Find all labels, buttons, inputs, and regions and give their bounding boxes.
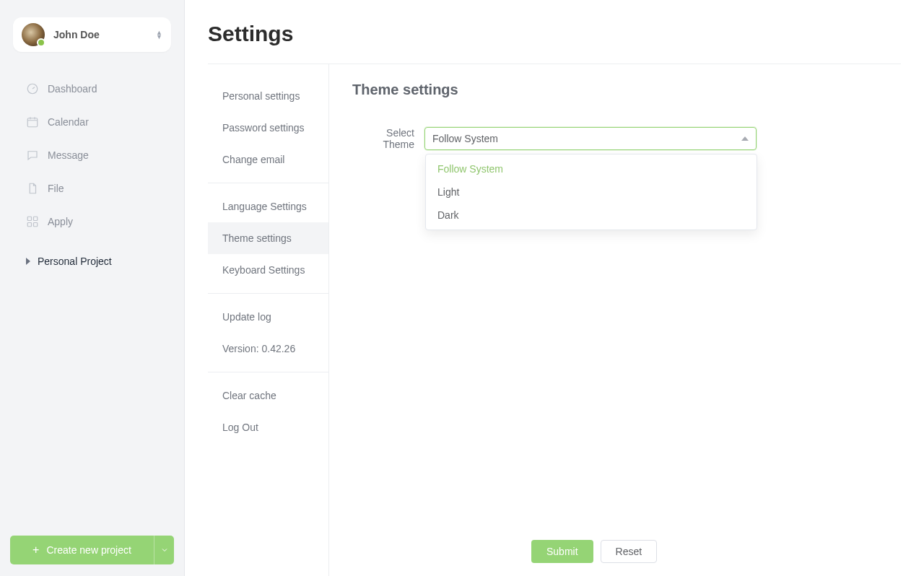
plus-icon: + xyxy=(32,544,39,556)
chevron-up-icon xyxy=(741,136,749,141)
theme-option-light[interactable]: Light xyxy=(426,180,757,204)
settings-nav-keyboard[interactable]: Keyboard Settings xyxy=(208,254,328,286)
main-area: Settings Personal settings Password sett… xyxy=(185,0,924,576)
dashboard-icon xyxy=(26,82,39,95)
sidebar-item-label: Dashboard xyxy=(48,83,97,95)
reset-button[interactable]: Reset xyxy=(601,540,658,563)
sidebar-item-label: File xyxy=(48,183,64,194)
settings-nav-updatelog[interactable]: Update log xyxy=(208,301,328,333)
sidebar-item-message[interactable]: Message xyxy=(0,139,184,172)
divider xyxy=(208,183,328,183)
caret-right-icon xyxy=(26,258,30,265)
sidebar-item-label: Message xyxy=(48,149,89,161)
settings-nav-theme[interactable]: Theme settings xyxy=(208,222,328,254)
settings-wrap: Personal settings Password settings Chan… xyxy=(208,64,901,576)
theme-form-row: Select Theme Follow System Follow System… xyxy=(352,127,901,150)
avatar xyxy=(22,23,45,46)
svg-rect-1 xyxy=(27,118,38,127)
profile-card[interactable]: John Doe ▲▼ xyxy=(13,17,171,52)
calendar-icon xyxy=(26,115,39,128)
svg-rect-4 xyxy=(27,223,31,227)
sidebar-section-label: Personal Project xyxy=(38,256,112,267)
page-title: Settings xyxy=(208,22,901,46)
sidebar-item-calendar[interactable]: Calendar xyxy=(0,105,184,139)
grid-icon xyxy=(26,215,39,228)
theme-option-dark[interactable]: Dark xyxy=(426,204,757,227)
submit-button[interactable]: Submit xyxy=(531,540,593,563)
profile-name: John Doe xyxy=(53,29,156,40)
footer-actions: Submit Reset xyxy=(531,540,657,563)
theme-option-follow-system[interactable]: Follow System xyxy=(426,157,757,180)
divider xyxy=(208,372,328,372)
divider xyxy=(208,293,328,294)
create-project-label: Create new project xyxy=(46,544,131,556)
settings-nav-email[interactable]: Change email xyxy=(208,144,328,175)
svg-rect-2 xyxy=(27,217,31,220)
create-project-button[interactable]: + Create new project xyxy=(10,536,174,564)
sidebar-item-file[interactable]: File xyxy=(0,172,184,205)
theme-select-value: Follow System xyxy=(432,133,741,144)
primary-nav: Dashboard Calendar Message File Apply xyxy=(0,72,184,276)
settings-nav-clearcache[interactable]: Clear cache xyxy=(208,380,328,411)
section-title: Theme settings xyxy=(352,82,901,98)
chevron-up-down-icon: ▲▼ xyxy=(156,30,162,39)
settings-nav-language[interactable]: Language Settings xyxy=(208,191,328,222)
theme-select[interactable]: Follow System Follow System Light Dark xyxy=(424,127,757,150)
settings-nav-logout[interactable]: Log Out xyxy=(208,411,328,443)
create-project-split[interactable] xyxy=(154,536,174,564)
file-icon xyxy=(26,182,39,195)
sidebar-item-dashboard[interactable]: Dashboard xyxy=(0,72,184,105)
message-icon xyxy=(26,149,39,162)
sidebar-footer: + Create new project xyxy=(0,536,184,564)
sidebar: John Doe ▲▼ Dashboard Calendar Message xyxy=(0,0,185,576)
sidebar-item-label: Calendar xyxy=(48,116,89,128)
settings-nav-version: Version: 0.42.26 xyxy=(208,333,328,365)
svg-rect-3 xyxy=(34,217,38,220)
theme-label: Select Theme xyxy=(352,127,414,150)
chevron-down-icon xyxy=(160,546,169,554)
svg-rect-5 xyxy=(34,223,38,227)
settings-nav-password[interactable]: Password settings xyxy=(208,112,328,144)
sidebar-item-apply[interactable]: Apply xyxy=(0,205,184,238)
create-project-main[interactable]: + Create new project xyxy=(10,544,154,556)
sidebar-item-label: Apply xyxy=(48,216,73,227)
settings-nav-personal[interactable]: Personal settings xyxy=(208,80,328,112)
theme-dropdown: Follow System Light Dark xyxy=(425,154,757,230)
settings-content: Theme settings Select Theme Follow Syste… xyxy=(329,64,901,576)
sidebar-section-personal-project[interactable]: Personal Project xyxy=(0,247,184,276)
settings-nav: Personal settings Password settings Chan… xyxy=(208,64,329,576)
